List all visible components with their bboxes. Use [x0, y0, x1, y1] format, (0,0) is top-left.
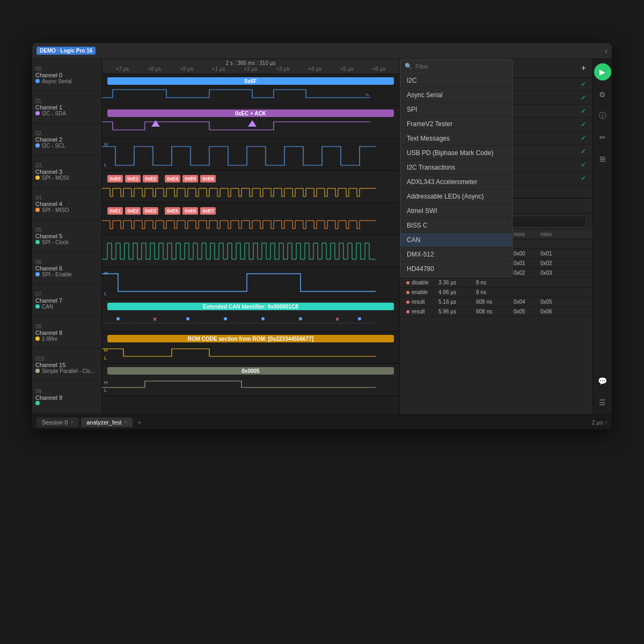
channel-item[interactable]: 01. Channel 1 I2C - SDA: [32, 91, 101, 123]
channel-dot: [35, 143, 40, 148]
waveform-row-ch6: H L: [102, 267, 399, 299]
waveform-row-ch4: 0xE1 0xE2 0xE3 0xE5 0xE6 0xE7: [102, 203, 399, 235]
channel-item[interactable]: 03. Channel 3 SPI - MOSI: [32, 156, 101, 188]
add-tab-button[interactable]: +: [135, 417, 143, 428]
channel-item[interactable]: 015. Channel 15 Simple Parallel - Clo...: [32, 349, 101, 381]
channel-dot: [35, 272, 40, 276]
channel-dot: [35, 175, 40, 180]
top-bar: DEMO · Logic Pro 16 ‹: [32, 43, 612, 59]
add-analyzer-button[interactable]: +: [581, 63, 586, 73]
tab-analyzer-fest[interactable]: analyzer_fest ×: [81, 418, 133, 427]
filter-item-usb-pd[interactable]: USB PD (Biphase Mark Code): [400, 146, 512, 160]
waveform-row-ch2: H L: [102, 138, 399, 171]
search-icon: 🔍: [405, 63, 412, 70]
signal-svg-ch3: [102, 186, 399, 202]
decoded-boxes-miso: 0xE1 0xE2 0xE3 0xE5 0xE6 0xE7: [107, 207, 216, 215]
channel-dot: [35, 336, 40, 341]
svg-text:L: L: [104, 355, 107, 361]
filter-item-i2c-transactions[interactable]: I2C Transactions: [400, 160, 512, 175]
filter-item-addressable-leds[interactable]: Addressable LEDs (Async): [400, 189, 512, 204]
right-panel: Analyzers + Async Serial ✓ I2C ✓: [399, 59, 592, 414]
filter-item-hd44780[interactable]: HD44780: [400, 262, 512, 276]
menu-icon[interactable]: ☰: [595, 395, 610, 410]
proto-bar-ch1: 0xEC + ACK: [107, 109, 394, 117]
waveform-row-ch9: ⚠ This capture contains simulated data: [102, 396, 399, 414]
signal-svg-ch7: × ×: [102, 312, 399, 328]
channel-item[interactable]: 04. Channel 4 SPI - MISO: [32, 188, 101, 220]
filter-item-can[interactable]: CAN: [400, 233, 512, 247]
tab-session0[interactable]: Session 0 ×: [36, 418, 79, 427]
data-row[interactable]: enable 4.96 µs 8 ns: [400, 288, 592, 297]
filter-item-i2c[interactable]: I2C: [400, 74, 512, 88]
chat-icon[interactable]: 💬: [595, 374, 610, 389]
right-sidebar: ▶ ⚙ ⓘ ✏ ⊞ 💬 ☰: [592, 59, 612, 414]
signal-svg-ch15: H L: [102, 377, 399, 393]
svg-text:L: L: [104, 162, 107, 167]
filter-item-biss-c[interactable]: BiSS C: [400, 218, 512, 233]
signal-svg-ch8: H L: [102, 345, 399, 361]
signal-svg-ch4: [102, 218, 399, 234]
filter-item-adxl343[interactable]: ADXL343 Accelerometer: [400, 175, 512, 189]
channel-dot: [35, 401, 40, 405]
proto-bar-ch7: Extended CAN Identifier: 0x000001C8: [107, 303, 394, 310]
proto-bar-ch8: ROM CODE section from ROM: [0x2233445566…: [107, 335, 394, 342]
channel-dot: [35, 369, 40, 373]
svg-text:×: ×: [153, 316, 157, 323]
signal-svg-ch0: ∿: [102, 87, 399, 103]
main-content: 00. Channel 0 Async Serial 01. Channel 1…: [32, 59, 612, 414]
channel-item[interactable]: 05. Channel 5 SPI - Clock: [32, 220, 101, 252]
time-ticks: +7 µs +8 µs +9 µs +1 µs +2 µs +3 µs +4 µ…: [102, 66, 399, 72]
svg-text:×: ×: [335, 316, 339, 323]
play-button[interactable]: ▶: [594, 63, 611, 80]
signal-svg-ch1: [102, 119, 399, 135]
svg-marker-10: [151, 120, 160, 127]
waveform-row-ch7: Extended CAN Identifier: 0x000001C8 × ×: [102, 299, 399, 332]
filter-input[interactable]: [415, 63, 508, 70]
app-label: DEMO · Logic Pro 16: [36, 47, 96, 55]
filter-item-async-serial[interactable]: Async Serial: [400, 88, 512, 103]
tab-close-analyzer-fest[interactable]: ×: [125, 419, 128, 425]
waveform-rows: 0x6F ∿ 0xEC + ACK: [102, 74, 399, 414]
filter-dropdown: 🔍 I2C Async Serial SPI FrameV2 Tester Te…: [400, 59, 513, 277]
channel-item[interactable]: 09. Channel 9: [32, 381, 101, 413]
channel-item[interactable]: 02. Channel 2 I2C - SCL: [32, 123, 101, 156]
channel-dot: [35, 111, 40, 115]
app-window: DEMO · Logic Pro 16 ‹ 00. Channel 0 Asyn…: [32, 43, 612, 429]
svg-marker-11: [248, 120, 257, 127]
filter-item-atmel-swi[interactable]: Atmel SWI: [400, 204, 512, 218]
filter-item-spi[interactable]: SPI: [400, 103, 512, 117]
data-row[interactable]: disable 3.36 µs 8 ns: [400, 278, 592, 288]
info-icon[interactable]: ⓘ: [595, 108, 610, 123]
filter-item-framev2[interactable]: FrameV2 Tester: [400, 117, 512, 131]
grid-icon[interactable]: ⊞: [595, 151, 610, 166]
pencil-icon[interactable]: ✏: [595, 130, 610, 145]
signal-svg-ch6: H L: [102, 267, 399, 299]
waveform-area: 2 s : 366 ms : 310 µs +7 µs +8 µs +9 µs …: [102, 59, 399, 414]
tab-time: 2 µs ↑: [591, 419, 608, 426]
svg-point-16: [116, 317, 120, 320]
proto-bar-ch15: 0x0005: [107, 367, 394, 375]
svg-text:L: L: [104, 291, 107, 296]
channel-item[interactable]: 08. Channel 8 1-Wire: [32, 317, 101, 349]
svg-point-18: [186, 317, 189, 320]
waveform-row-ch1: 0xEC + ACK: [102, 106, 399, 138]
tab-close-session0[interactable]: ×: [70, 419, 74, 425]
proto-bar-ch0: 0x6F: [107, 77, 394, 85]
sliders-icon[interactable]: ⚙: [595, 87, 610, 102]
data-row[interactable]: result 5.16 µs 608 ns 0x04 0x05: [400, 297, 592, 307]
signal-svg-ch2: H L: [102, 138, 399, 170]
filter-input-wrapper: 🔍: [400, 60, 512, 74]
collapse-button[interactable]: ‹: [605, 47, 608, 55]
data-row[interactable]: result 5.96 µs 608 ns 0x05 0x06: [400, 307, 592, 317]
channel-dot: [35, 240, 40, 244]
filter-item-dmx512[interactable]: DMX-512: [400, 247, 512, 262]
waveform-row-ch3: 0xE0 0xE1 0xE2 0xE4 0xE5 0xE6: [102, 171, 399, 203]
waveform-row-ch8: ROM CODE section from ROM: [0x2233445566…: [102, 332, 399, 364]
waveform-row-ch15: 0x0005 H L: [102, 364, 399, 396]
filter-item-text-messages[interactable]: Text Messages: [400, 131, 512, 146]
channel-item[interactable]: 00. Channel 0 Async Serial: [32, 59, 101, 91]
waveform-row-ch5: [102, 235, 399, 267]
channel-item[interactable]: 06. Channel 6 SPI - Enable: [32, 252, 101, 284]
channel-item[interactable]: 07. Channel 7 CAN: [32, 284, 101, 317]
svg-text:∿: ∿: [365, 92, 369, 98]
